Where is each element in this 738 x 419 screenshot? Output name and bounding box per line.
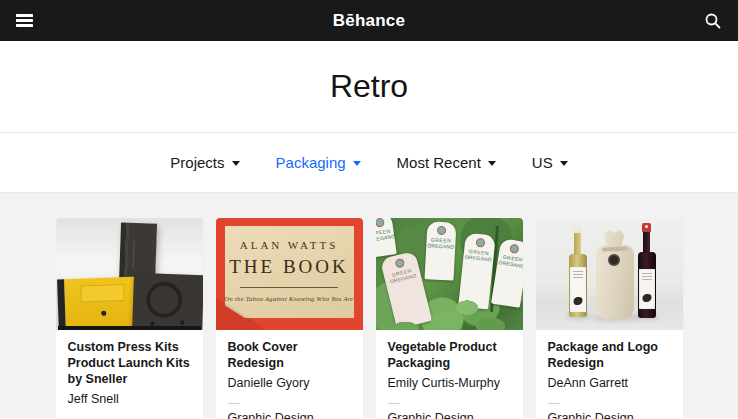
- behance-logo: Bēhance: [0, 11, 738, 31]
- foam-insert-graphic: [131, 273, 202, 330]
- divider: [240, 287, 338, 288]
- project-title[interactable]: Custom Press Kits Product Launch Kits by…: [68, 339, 191, 387]
- menu-hamburger-icon[interactable]: [16, 14, 33, 27]
- project-card: GREEN OREGANO GREEN OREGANO GREEN OREGAN…: [376, 218, 523, 419]
- project-card: Custom Press Kits Product Launch Kits by…: [56, 218, 203, 419]
- project-thumbnail-book-cover[interactable]: ALAN WATTS THE BOOK On the Taboo Against…: [216, 218, 363, 330]
- chevron-down-icon: [353, 161, 361, 166]
- project-author[interactable]: Emily Curtis-Murphy: [388, 376, 511, 390]
- filter-dropdown-country[interactable]: US: [532, 154, 568, 171]
- filter-label: Projects: [170, 154, 224, 171]
- bag-tag-graphic: [608, 254, 620, 266]
- project-card-info: Vegetable Product Packaging Emily Curtis…: [376, 330, 523, 419]
- page-title: Retro: [330, 68, 408, 105]
- canvas-bag-graphic: [596, 245, 634, 319]
- project-author[interactable]: Jeff Snell: [68, 392, 191, 406]
- book-author-text: ALAN WATTS: [225, 239, 354, 251]
- chevron-down-icon: [560, 161, 568, 166]
- project-card: Package and Logo Redesign DeAnn Garrett …: [536, 218, 683, 419]
- filter-bar: Projects Packaging Most Recent US: [0, 133, 738, 193]
- project-card-info: Package and Logo Redesign DeAnn Garrett …: [536, 330, 683, 419]
- chevron-down-icon: [488, 161, 496, 166]
- project-title[interactable]: Book Cover Redesign: [228, 339, 351, 371]
- divider: [228, 403, 240, 404]
- project-thumbnail-plant-tags[interactable]: GREEN OREGANO GREEN OREGANO GREEN OREGAN…: [376, 218, 523, 330]
- filter-dropdown-packaging[interactable]: Packaging: [276, 154, 361, 171]
- red-wine-bottle-graphic: [638, 252, 656, 318]
- project-thumbnail-wine-bottles[interactable]: [536, 218, 683, 330]
- project-thumbnail-press-kit[interactable]: [56, 218, 203, 330]
- project-card-info: Custom Press Kits Product Launch Kits by…: [56, 330, 203, 419]
- project-card-grid: Custom Press Kits Product Launch Kits by…: [0, 218, 738, 419]
- search-icon[interactable]: [704, 12, 722, 30]
- project-title[interactable]: Vegetable Product Packaging: [388, 339, 511, 371]
- project-field[interactable]: Graphic Design: [548, 411, 671, 419]
- filter-label: Packaging: [276, 154, 346, 171]
- project-author[interactable]: DeAnn Garrett: [548, 376, 671, 390]
- chevron-down-icon: [232, 161, 240, 166]
- open-kit-graphic: [57, 277, 139, 330]
- filter-dropdown-projects[interactable]: Projects: [170, 154, 239, 171]
- project-field[interactable]: Graphic Design: [228, 411, 351, 419]
- divider: [388, 403, 400, 404]
- book-title-text: THE BOOK: [225, 256, 354, 278]
- project-card: ALAN WATTS THE BOOK On the Taboo Against…: [216, 218, 363, 419]
- page-fold-graphic: [216, 300, 264, 330]
- filter-dropdown-sort[interactable]: Most Recent: [397, 154, 496, 171]
- project-card-info: Book Cover Redesign Danielle Gyory Graph…: [216, 330, 363, 419]
- divider: [548, 403, 560, 404]
- project-field[interactable]: Graphic Design: [388, 411, 511, 419]
- project-title[interactable]: Package and Logo Redesign: [548, 339, 671, 371]
- search-title-section: Retro: [0, 41, 738, 133]
- white-wine-bottle-graphic: [569, 254, 587, 317]
- top-navigation-bar: Bēhance: [0, 0, 738, 41]
- filter-label: US: [532, 154, 553, 171]
- foliage-graphic: [376, 218, 523, 330]
- filter-label: Most Recent: [397, 154, 481, 171]
- results-area: Custom Press Kits Product Launch Kits by…: [0, 193, 738, 418]
- project-author[interactable]: Danielle Gyory: [228, 376, 351, 390]
